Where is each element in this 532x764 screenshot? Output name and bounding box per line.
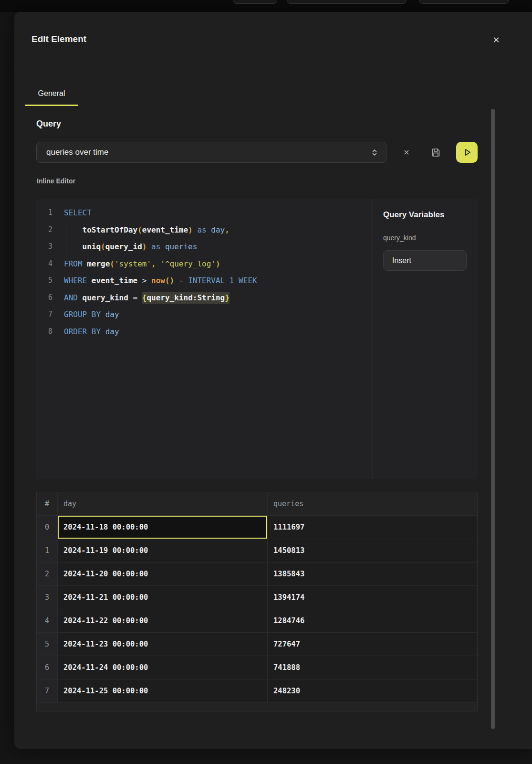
table-body: 02024-11-18 00:00:00111169712024-11-19 0…	[37, 516, 477, 703]
line-number: 5	[36, 272, 52, 289]
line-number: 1	[36, 204, 52, 222]
query-variables-panel: Query Variables query_kind Insert	[373, 199, 478, 479]
day-cell[interactable]: 2024-11-22 00:00:00	[58, 609, 268, 632]
line-number: 2	[36, 222, 52, 239]
code-line: 7GROUP BY day	[36, 306, 372, 323]
table-header-row: # day queries	[37, 492, 477, 516]
clear-icon: ✕	[403, 148, 409, 157]
close-icon[interactable]: ✕	[489, 33, 503, 47]
query-heading: Query	[36, 119, 61, 129]
table-row: 72024-11-25 00:00:00248230	[37, 679, 477, 703]
save-icon	[431, 148, 441, 158]
code-line: 4FROM merge('system', '^query_log')	[36, 255, 372, 273]
queries-cell[interactable]: 248230	[268, 679, 477, 702]
table-row: 52024-11-23 00:00:00727647	[37, 633, 477, 656]
run-query-button[interactable]	[456, 142, 478, 163]
row-index-cell[interactable]: 4	[37, 609, 58, 632]
day-cell[interactable]: 2024-11-18 00:00:00	[58, 516, 268, 539]
code-line: 8ORDER BY day	[36, 323, 372, 340]
row-index-cell[interactable]: 3	[37, 586, 58, 609]
row-index-cell[interactable]: 1	[37, 539, 58, 562]
queries-cell[interactable]: 1111697	[268, 516, 477, 539]
queries-cell[interactable]: 727647	[268, 633, 477, 656]
queries-cell[interactable]: 1284746	[268, 609, 477, 632]
results-table: # day queries 02024-11-18 00:00:00111169…	[36, 492, 478, 711]
topbar	[0, 0, 532, 12]
code-line: 1SELECT	[36, 204, 372, 222]
table-row: 12024-11-19 00:00:001450813	[37, 539, 477, 562]
play-icon	[462, 147, 472, 158]
table-row: 02024-11-18 00:00:001111697	[37, 516, 477, 539]
day-cell[interactable]: 2024-11-23 00:00:00	[58, 633, 268, 656]
line-number: 7	[36, 306, 52, 323]
inline-editor-label: Inline Editor	[37, 177, 75, 185]
line-number: 8	[36, 323, 52, 340]
save-query-button[interactable]	[428, 145, 443, 159]
line-number: 4	[36, 255, 52, 273]
queries-cell[interactable]: 741888	[268, 656, 477, 679]
modal-scrollbar[interactable]	[491, 109, 495, 729]
sql-editor[interactable]: 1SELECT2 toStartOfDay(event_time) as day…	[36, 199, 373, 479]
table-row: 22024-11-20 00:00:001385843	[37, 562, 477, 586]
code-line: 3 uniq(query_id) as queries	[36, 238, 372, 255]
row-index-cell[interactable]: 2	[37, 562, 58, 585]
column-header-day: day	[58, 492, 268, 515]
topbar-button-fragment[interactable]	[419, 0, 509, 4]
modal-title: Edit Element	[31, 34, 86, 44]
row-index-cell[interactable]: 5	[37, 633, 58, 656]
day-cell[interactable]: 2024-11-19 00:00:00	[58, 539, 268, 562]
code-line: 6AND query_kind = {query_kind:String}	[36, 289, 372, 307]
queries-cell[interactable]: 1450813	[268, 539, 477, 562]
table-row: 42024-11-22 00:00:001284746	[37, 609, 477, 633]
variable-name-label: query_kind	[383, 234, 416, 242]
day-cell[interactable]: 2024-11-25 00:00:00	[58, 679, 268, 702]
table-row: 32024-11-21 00:00:001394174	[37, 586, 477, 609]
query-select-value: queries over time	[46, 148, 371, 157]
query-select[interactable]: queries over time	[36, 142, 386, 163]
row-index-cell[interactable]: 0	[37, 516, 58, 539]
queries-cell[interactable]: 1385843	[268, 562, 477, 585]
topbar-button-fragment[interactable]	[233, 0, 277, 4]
topbar-button-fragment[interactable]	[287, 0, 407, 4]
indent-guide	[66, 223, 66, 254]
line-number: 3	[36, 238, 52, 255]
row-index-cell[interactable]: 7	[37, 679, 58, 702]
queries-cell[interactable]: 1394174	[268, 586, 477, 609]
edit-element-modal: Edit Element ✕ General Query queries ove…	[14, 12, 532, 749]
day-cell[interactable]: 2024-11-24 00:00:00	[58, 656, 268, 679]
insert-variable-button[interactable]: Insert	[383, 250, 467, 271]
clear-query-button[interactable]: ✕	[399, 145, 414, 159]
inline-editor: 1SELECT2 toStartOfDay(event_time) as day…	[36, 199, 478, 479]
query-variables-heading: Query Variables	[383, 210, 445, 220]
table-row: 62024-11-24 00:00:00741888	[37, 656, 477, 679]
select-updown-icon	[371, 149, 378, 157]
day-cell[interactable]: 2024-11-20 00:00:00	[58, 562, 268, 585]
code-line: 5WHERE event_time > now() - INTERVAL 1 W…	[36, 272, 372, 289]
tab-general[interactable]: General	[25, 85, 78, 106]
day-cell[interactable]: 2024-11-21 00:00:00	[58, 586, 268, 609]
row-index-cell[interactable]: 6	[37, 656, 58, 679]
column-header-queries: queries	[268, 492, 477, 515]
line-number: 6	[36, 289, 52, 307]
column-header-index: #	[37, 492, 58, 515]
header-divider	[14, 67, 532, 67]
code-line: 2 toStartOfDay(event_time) as day,	[36, 222, 372, 239]
